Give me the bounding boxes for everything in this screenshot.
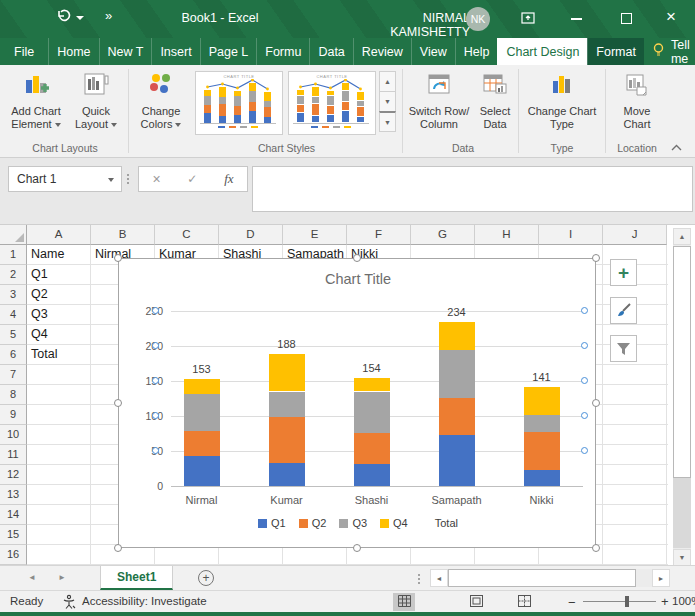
gridline-handle[interactable] [152, 307, 159, 314]
row-header-15[interactable]: 15 [0, 525, 27, 545]
switch-row-column-button[interactable]: Switch Row/ Column [408, 69, 470, 131]
zoom-in-button[interactable]: + [661, 594, 669, 609]
column-header-B[interactable]: B [91, 225, 155, 245]
cell-A4[interactable]: Q3 [27, 305, 48, 325]
zoom-level[interactable]: 100% [672, 595, 695, 607]
tab-file[interactable]: File [0, 38, 48, 65]
row-header-10[interactable]: 10 [0, 425, 27, 445]
bar-segment-q1-shashi[interactable] [354, 464, 390, 486]
legend-item-q1[interactable]: Q1 [258, 517, 286, 529]
collapse-ribbon-button[interactable] [670, 138, 683, 156]
cell-A1[interactable]: Name [27, 245, 64, 265]
bar-segment-q4-kumar[interactable] [269, 354, 305, 391]
change-chart-type-button[interactable]: Change Chart Type [524, 69, 600, 131]
zoom-out-button[interactable]: − [568, 595, 576, 610]
tab-home[interactable]: Home [48, 38, 98, 65]
gridline-handle[interactable] [581, 342, 588, 349]
vertical-scrollbar[interactable]: ▲ ▼ [673, 228, 691, 566]
name-box[interactable]: Chart 1 [8, 166, 122, 192]
horizontal-scroll-thumb[interactable] [448, 569, 636, 587]
normal-view-button[interactable] [393, 593, 415, 611]
chart-style-thumbnail[interactable]: CHART TITLE [288, 71, 376, 135]
row-header-4[interactable]: 4 [0, 305, 27, 325]
bar-segment-q1-nirmal[interactable] [184, 456, 220, 486]
tab-help[interactable]: Help [455, 38, 498, 65]
row-header-12[interactable]: 12 [0, 465, 27, 485]
gallery-more-icon[interactable]: ▼ [379, 111, 396, 132]
column-header-I[interactable]: I [539, 225, 603, 245]
scroll-up-icon[interactable]: ▲ [673, 228, 691, 245]
cell-A2[interactable]: Q1 [27, 265, 48, 285]
horizontal-scrollbar[interactable] [448, 569, 652, 587]
zoom-slider[interactable] [583, 601, 656, 602]
chart-resize-handle[interactable] [592, 254, 600, 262]
legend-item-q2[interactable]: Q2 [299, 517, 327, 529]
tab-formu[interactable]: Formu [256, 38, 309, 65]
chart-object[interactable]: Chart Title 050100150200250153Nirmal188K… [118, 258, 596, 548]
legend-item-total[interactable]: Total [435, 517, 458, 529]
column-header-C[interactable]: C [155, 225, 219, 245]
column-header-F[interactable]: F [347, 225, 411, 245]
tab-data[interactable]: Data [309, 38, 352, 65]
undo-dropdown-icon[interactable] [76, 16, 84, 20]
sheet-nav-left-icon[interactable]: ◄ [28, 566, 36, 590]
tab-view[interactable]: View [411, 38, 455, 65]
bar-segment-q2-shashi[interactable] [354, 433, 390, 465]
add-chart-element-button[interactable]: Add Chart Element [6, 69, 66, 131]
name-box-dropdown-icon[interactable] [108, 178, 114, 182]
page-layout-view-button[interactable] [465, 593, 487, 611]
chart-resize-handle[interactable] [114, 544, 122, 552]
gallery-scroll-down-icon[interactable]: ▼ [379, 91, 396, 112]
bar-segment-q4-nirmal[interactable] [184, 379, 220, 394]
close-button[interactable]: × [666, 7, 676, 27]
maximize-button[interactable] [621, 13, 632, 24]
move-chart-button[interactable]: Move Chart [610, 69, 664, 131]
sheet-nav-right-icon[interactable]: ► [58, 566, 66, 590]
column-header-J[interactable]: J [603, 225, 667, 245]
row-header-16[interactable]: 16 [0, 545, 27, 565]
row-header-6[interactable]: 6 [0, 345, 27, 365]
insert-function-icon[interactable]: fx [224, 171, 233, 187]
legend-item-q4[interactable]: Q4 [380, 517, 408, 529]
cell-A5[interactable]: Q4 [27, 325, 48, 345]
hscroll-right-icon[interactable]: ► [652, 569, 670, 587]
row-header-13[interactable]: 13 [0, 485, 27, 505]
minimize-button[interactable] [571, 18, 582, 20]
undo-icon[interactable] [55, 8, 71, 27]
vertical-scroll-thumb[interactable] [673, 246, 691, 478]
row-header-11[interactable]: 11 [0, 445, 27, 465]
zoom-slider-thumb[interactable] [625, 596, 629, 607]
row-header-9[interactable]: 9 [0, 405, 27, 425]
chart-style-thumbnail[interactable]: CHART TITLE [195, 71, 283, 135]
chart-resize-handle[interactable] [353, 544, 361, 552]
bar-segment-q1-nikki[interactable] [524, 470, 560, 486]
chart-filters-button[interactable] [610, 335, 637, 362]
column-header-A[interactable]: A [27, 225, 91, 245]
gridline-handle[interactable] [152, 377, 159, 384]
avatar[interactable]: NK [466, 7, 490, 31]
select-data-button[interactable]: Select Data [472, 69, 518, 131]
select-all-corner[interactable] [0, 225, 27, 245]
bar-segment-q3-nikki[interactable] [524, 415, 560, 432]
gridline-handle[interactable] [581, 412, 588, 419]
cancel-icon[interactable]: × [152, 171, 160, 187]
bar-segment-q1-kumar[interactable] [269, 463, 305, 486]
bar-segment-q2-nirmal[interactable] [184, 431, 220, 456]
hscroll-left-icon[interactable]: ◄ [430, 569, 448, 587]
gridline-handle[interactable] [581, 307, 588, 314]
ribbon-display-options-icon[interactable] [520, 10, 536, 29]
chart-resize-handle[interactable] [592, 399, 600, 407]
row-header-7[interactable]: 7 [0, 365, 27, 385]
tell-me-label[interactable]: Tell me [671, 38, 690, 66]
bar-segment-q2-nikki[interactable] [524, 432, 560, 470]
tab-page-l[interactable]: Page L [200, 38, 257, 65]
new-sheet-button[interactable]: + [198, 570, 214, 586]
more-commands-icon[interactable]: » [105, 8, 112, 23]
bar-segment-q3-samapath[interactable] [439, 350, 475, 398]
gridline-handle[interactable] [152, 447, 159, 454]
bar-segment-q3-kumar[interactable] [269, 392, 305, 417]
enter-icon[interactable]: ✓ [187, 172, 197, 186]
gridline-handle[interactable] [152, 412, 159, 419]
bar-segment-q2-kumar[interactable] [269, 417, 305, 463]
chart-resize-handle[interactable] [592, 544, 600, 552]
